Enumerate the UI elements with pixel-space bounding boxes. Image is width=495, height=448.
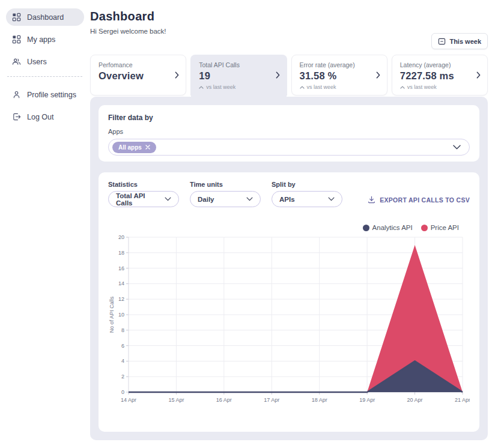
legend-item: Analytics API xyxy=(363,224,413,231)
sidebar-item-label: My apps xyxy=(27,35,55,44)
tab-label: Total API Calls xyxy=(199,61,270,68)
statistics-control: Statistics Total API Calls xyxy=(108,181,179,207)
svg-text:0: 0 xyxy=(121,389,124,395)
svg-text:2: 2 xyxy=(121,374,124,380)
svg-text:17 Apr: 17 Apr xyxy=(264,397,279,403)
tab-label: Latency (average) xyxy=(400,61,472,68)
split-by-select[interactable]: APIs xyxy=(272,191,342,207)
legend-label: Analytics API xyxy=(372,224,413,231)
svg-text:18 Apr: 18 Apr xyxy=(312,397,327,403)
tab-latency[interactable]: Latency (average) 7227.58 ms vs last wee… xyxy=(392,55,488,95)
tab-performance-overview[interactable]: Perfomance Overview xyxy=(90,55,186,95)
all-apps-chip[interactable]: All apps xyxy=(112,142,156,153)
statistics-label: Statistics xyxy=(108,181,179,188)
tab-compare-label: vs last week xyxy=(407,84,437,90)
svg-text:4: 4 xyxy=(121,358,124,364)
tab-compare: vs last week xyxy=(199,84,270,90)
sidebar-item-users[interactable]: Users xyxy=(6,53,84,70)
stat-tabs: Perfomance Overview Total API Calls 19 v… xyxy=(90,55,488,95)
svg-text:6: 6 xyxy=(121,343,124,349)
svg-text:14: 14 xyxy=(118,280,124,286)
chip-label: All apps xyxy=(118,144,142,151)
chevron-right-icon xyxy=(476,71,481,79)
svg-text:12: 12 xyxy=(118,296,124,302)
svg-text:20 Apr: 20 Apr xyxy=(407,397,423,403)
chart-legend: Analytics APIPrice API xyxy=(108,224,470,231)
main-content: Dashboard Hi Sergei welcome back! This w… xyxy=(90,0,488,440)
tab-total-api-calls[interactable]: Total API Calls 19 vs last week xyxy=(190,55,287,95)
time-units-select[interactable]: Daily xyxy=(190,191,261,207)
export-csv-button[interactable]: EXPORT API CALLS TO CSV xyxy=(368,196,470,204)
sidebar-item-label: Users xyxy=(27,58,47,66)
api-calls-area-chart: 0246810121416182014 Apr15 Apr16 Apr17 Ap… xyxy=(108,232,470,409)
users-icon xyxy=(12,57,21,66)
chevron-down-icon xyxy=(165,197,171,201)
split-by-label: Split by xyxy=(272,181,342,188)
sidebar-item-label: Log Out xyxy=(27,113,53,121)
this-week-button[interactable]: This week xyxy=(431,33,488,49)
tab-value: 19 xyxy=(199,70,270,82)
chart-controls: Statistics Total API Calls Time units Da… xyxy=(108,181,470,207)
svg-text:16: 16 xyxy=(118,265,124,271)
caret-up-icon xyxy=(400,84,405,90)
sidebar-item-label: Profile settings xyxy=(27,91,76,99)
sidebar-item-log-out[interactable]: Log Out xyxy=(6,108,84,126)
sidebar-divider xyxy=(7,76,82,77)
split-by-control: Split by APIs xyxy=(272,181,342,207)
chevron-down-icon xyxy=(246,197,253,201)
tab-label: Perfomance xyxy=(99,61,170,68)
legend-dot xyxy=(421,225,428,231)
chip-close-icon[interactable] xyxy=(145,144,150,151)
statistics-selected-value: Total API Calls xyxy=(116,192,159,207)
svg-text:No of API Calls: No of API Calls xyxy=(109,296,115,333)
chevron-right-icon xyxy=(175,71,179,79)
dashboard-panel: Filter data by Apps All apps Statistics … xyxy=(90,97,488,440)
statistics-select[interactable]: Total API Calls xyxy=(108,191,179,207)
sidebar-item-profile-settings[interactable]: Profile settings xyxy=(6,86,84,103)
profile-icon xyxy=(12,90,21,99)
apps-grid-icon xyxy=(12,35,21,44)
tab-value: Overview xyxy=(99,70,170,82)
svg-text:15 Apr: 15 Apr xyxy=(168,397,184,403)
sidebar: Dashboard My apps Users Profile settings… xyxy=(0,0,90,448)
apps-multiselect-input[interactable]: All apps xyxy=(108,139,470,156)
filter-heading: Filter data by xyxy=(108,114,470,122)
sidebar-item-my-apps[interactable]: My apps xyxy=(6,31,84,48)
legend-label: Price API xyxy=(431,224,459,231)
tab-label: Error rate (average) xyxy=(300,61,371,68)
split-by-selected-value: APIs xyxy=(279,196,295,203)
legend-item: Price API xyxy=(421,224,459,231)
svg-text:10: 10 xyxy=(118,312,124,318)
svg-text:19 Apr: 19 Apr xyxy=(359,397,375,403)
tab-value: 31.58 % xyxy=(300,70,371,82)
chevron-right-icon xyxy=(376,71,380,79)
this-week-label: This week xyxy=(449,38,481,45)
tab-error-rate[interactable]: Error rate (average) 31.58 % vs last wee… xyxy=(291,55,387,95)
chevron-down-icon xyxy=(328,197,335,201)
svg-text:8: 8 xyxy=(121,327,124,333)
page-title: Dashboard xyxy=(90,10,488,23)
tab-compare-label: vs last week xyxy=(206,84,235,90)
export-csv-label: EXPORT API CALLS TO CSV xyxy=(380,196,470,204)
legend-dot xyxy=(363,225,369,231)
caret-up-icon xyxy=(300,84,305,90)
time-units-control: Time units Daily xyxy=(190,181,261,207)
tab-compare: vs last week xyxy=(400,84,472,90)
sidebar-item-label: Dashboard xyxy=(27,13,64,22)
svg-text:16 Apr: 16 Apr xyxy=(216,397,232,403)
svg-text:20: 20 xyxy=(118,234,124,240)
caret-up-icon xyxy=(199,84,204,90)
sidebar-item-dashboard[interactable]: Dashboard xyxy=(6,8,84,26)
download-icon xyxy=(368,196,375,204)
time-units-label: Time units xyxy=(190,181,261,188)
svg-text:21 Apr: 21 Apr xyxy=(455,397,470,403)
chevron-down-icon[interactable] xyxy=(453,145,461,150)
greeting-text: Hi Sergei welcome back! xyxy=(90,28,488,35)
chevron-right-icon xyxy=(276,71,280,79)
filter-card: Filter data by Apps All apps xyxy=(99,105,479,162)
tab-value: 7227.58 ms xyxy=(400,70,472,82)
svg-text:18: 18 xyxy=(118,250,124,256)
svg-text:14 Apr: 14 Apr xyxy=(121,397,136,403)
tab-compare-label: vs last week xyxy=(307,84,336,90)
dashboard-grid-icon xyxy=(12,13,21,22)
